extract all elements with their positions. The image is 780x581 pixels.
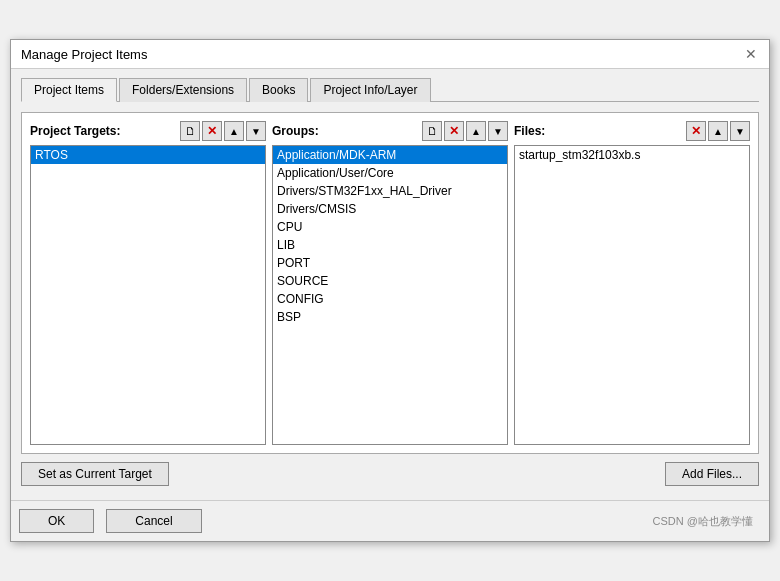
group-item[interactable]: Application/MDK-ARM bbox=[273, 146, 507, 164]
manage-project-dialog: Manage Project Items ✕ Project Items Fol… bbox=[10, 39, 770, 542]
tab-project-info[interactable]: Project Info/Layer bbox=[310, 78, 430, 102]
groups-down-icon: ▼ bbox=[493, 126, 503, 137]
targets-down-icon: ▼ bbox=[251, 126, 261, 137]
project-targets-panel: Project Targets: 🗋 ✕ ▲ ▼ RTOS bbox=[30, 121, 266, 445]
panels-container: Project Targets: 🗋 ✕ ▲ ▼ RTOS bbox=[21, 112, 759, 454]
set-current-target-button[interactable]: Set as Current Target bbox=[21, 462, 169, 486]
groups-down-button[interactable]: ▼ bbox=[488, 121, 508, 141]
targets-delete-icon: ✕ bbox=[207, 124, 217, 138]
groups-up-icon: ▲ bbox=[471, 126, 481, 137]
dialog-title: Manage Project Items bbox=[21, 47, 147, 62]
files-header: Files: ✕ ▲ ▼ bbox=[514, 121, 750, 141]
target-item-rtos[interactable]: RTOS bbox=[31, 146, 265, 164]
targets-up-button[interactable]: ▲ bbox=[224, 121, 244, 141]
file-item[interactable]: startup_stm32f103xb.s bbox=[515, 146, 749, 164]
targets-new-button[interactable]: 🗋 bbox=[180, 121, 200, 141]
groups-new-icon: 🗋 bbox=[427, 125, 438, 137]
tab-folders-extensions[interactable]: Folders/Extensions bbox=[119, 78, 247, 102]
ok-button[interactable]: OK bbox=[19, 509, 94, 533]
group-item[interactable]: BSP bbox=[273, 308, 507, 326]
watermark: CSDN @哈也教学懂 bbox=[653, 514, 761, 529]
group-item[interactable]: Drivers/CMSIS bbox=[273, 200, 507, 218]
project-targets-label: Project Targets: bbox=[30, 124, 178, 138]
targets-delete-button[interactable]: ✕ bbox=[202, 121, 222, 141]
group-item[interactable]: Drivers/STM32F1xx_HAL_Driver bbox=[273, 182, 507, 200]
dialog-footer: OK Cancel CSDN @哈也教学懂 bbox=[11, 500, 769, 541]
tab-books[interactable]: Books bbox=[249, 78, 308, 102]
bottom-row: Set as Current Target Add Files... bbox=[21, 462, 759, 490]
group-item[interactable]: CONFIG bbox=[273, 290, 507, 308]
group-item[interactable]: CPU bbox=[273, 218, 507, 236]
groups-delete-icon: ✕ bbox=[449, 124, 459, 138]
files-list[interactable]: startup_stm32f103xb.s bbox=[514, 145, 750, 445]
close-button[interactable]: ✕ bbox=[743, 46, 759, 62]
files-up-icon: ▲ bbox=[713, 126, 723, 137]
files-delete-button[interactable]: ✕ bbox=[686, 121, 706, 141]
groups-new-button[interactable]: 🗋 bbox=[422, 121, 442, 141]
groups-delete-button[interactable]: ✕ bbox=[444, 121, 464, 141]
files-down-button[interactable]: ▼ bbox=[730, 121, 750, 141]
project-targets-list[interactable]: RTOS bbox=[30, 145, 266, 445]
group-item[interactable]: SOURCE bbox=[273, 272, 507, 290]
targets-up-icon: ▲ bbox=[229, 126, 239, 137]
add-files-button[interactable]: Add Files... bbox=[665, 462, 759, 486]
cancel-button[interactable]: Cancel bbox=[106, 509, 201, 533]
files-delete-icon: ✕ bbox=[691, 124, 701, 138]
files-panel: Files: ✕ ▲ ▼ startup_stm32f103xb.s bbox=[514, 121, 750, 445]
group-item[interactable]: LIB bbox=[273, 236, 507, 254]
groups-panel: Groups: 🗋 ✕ ▲ ▼ Application/MDK-ARMAp bbox=[272, 121, 508, 445]
title-bar: Manage Project Items ✕ bbox=[11, 40, 769, 69]
groups-label: Groups: bbox=[272, 124, 420, 138]
groups-up-button[interactable]: ▲ bbox=[466, 121, 486, 141]
targets-down-button[interactable]: ▼ bbox=[246, 121, 266, 141]
project-targets-header: Project Targets: 🗋 ✕ ▲ ▼ bbox=[30, 121, 266, 141]
groups-list[interactable]: Application/MDK-ARMApplication/User/Core… bbox=[272, 145, 508, 445]
files-up-button[interactable]: ▲ bbox=[708, 121, 728, 141]
group-item[interactable]: Application/User/Core bbox=[273, 164, 507, 182]
files-label: Files: bbox=[514, 124, 684, 138]
targets-new-icon: 🗋 bbox=[185, 125, 196, 137]
dialog-body: Project Items Folders/Extensions Books P… bbox=[11, 69, 769, 500]
groups-header: Groups: 🗋 ✕ ▲ ▼ bbox=[272, 121, 508, 141]
tab-project-items[interactable]: Project Items bbox=[21, 78, 117, 102]
files-down-icon: ▼ bbox=[735, 126, 745, 137]
tabs-container: Project Items Folders/Extensions Books P… bbox=[21, 77, 759, 102]
group-item[interactable]: PORT bbox=[273, 254, 507, 272]
